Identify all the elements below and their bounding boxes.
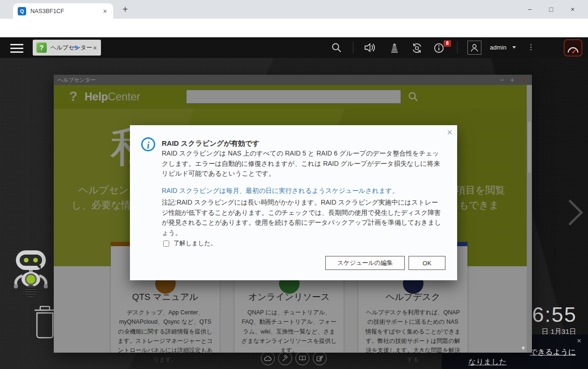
main-menu-icon[interactable] [10,44,23,55]
dialog-title: RAID スクラビングが有効です [162,139,259,148]
qnap-favicon-icon: Q [18,7,26,15]
acknowledge-checkbox[interactable] [163,241,169,247]
acknowledge-label[interactable]: 了解しました。 [173,239,216,248]
new-tab-button[interactable]: + [120,4,131,15]
gauge-icon [566,42,581,54]
qts-app-tab-label: ヘルプセンター [50,44,92,52]
browser-window-controls: − □ × [519,0,583,19]
desktop-next-chevron[interactable] [567,198,585,227]
edit-schedule-button[interactable]: スケジュールの編集 [325,256,405,270]
toast-link-line2[interactable]: なりました [468,357,507,367]
browser-minimize-button[interactable]: − [519,6,540,13]
scroll-down-icon[interactable]: ▼ [521,345,526,351]
toast-close-icon[interactable]: × [577,336,581,346]
qts-divider [457,42,458,54]
dialog-body: RAID スクラビングは NAS 上のすべての RAID 5 と RAID 6 … [162,149,441,179]
dialog-schedule-note: RAID スクラビングは毎月、最初の日に実行されるようスケジュールされます。 [162,187,399,195]
ok-button[interactable]: OK [409,256,445,270]
browser-toolbar: ← → ↻ ⌂ DN ⋮ [0,19,588,37]
notification-count-badge: 8 [444,40,451,47]
qts-divider [353,42,353,54]
acknowledge-row: 了解しました。 [163,239,216,248]
tab-close-icon[interactable]: × [101,7,108,15]
qts-app-tab-helpcenter[interactable]: ? ヘルプセンター × [33,40,101,56]
background-tasks-icon[interactable] [389,42,400,54]
person-icon [469,43,480,53]
user-avatar[interactable] [467,41,481,55]
browser-tab-title: NAS3BF1CF [30,8,101,14]
admin-caret-icon [512,46,516,49]
external-device-sync-icon[interactable] [411,42,423,54]
info-icon: i [141,137,155,151]
dialog-warning-note: 注記:RAID スクラビングには長い時間がかかります。RAID スクラビング実施… [162,198,441,238]
raid-scrubbing-dialog: × i RAID スクラビングが有効です RAID スクラビングは NAS 上の… [130,125,457,280]
qts-app-tab-close-icon[interactable]: × [92,44,98,51]
toast-link-line1[interactable]: できるように [530,348,576,357]
browser-tabstrip: Q NAS3BF1CF × + − □ × [0,0,588,19]
qts-search-icon[interactable] [331,42,342,53]
qts-more-menu-icon[interactable]: ⋮ [527,43,535,51]
browser-maximize-button[interactable]: □ [540,6,562,13]
admin-menu[interactable]: admin [490,44,506,51]
resource-monitor-button[interactable] [564,39,582,57]
browser-close-button[interactable]: × [562,6,583,13]
screen: Q NAS3BF1CF × + − □ × ← → ↻ ⌂ DN [0,0,588,369]
browser-tab[interactable]: Q NAS3BF1CF × [13,3,113,19]
volume-icon[interactable] [364,42,376,53]
qnap-robot-mascot[interactable] [9,248,52,298]
dialog-close-icon[interactable]: × [447,127,452,138]
helpcenter-app-icon: ? [36,43,47,53]
